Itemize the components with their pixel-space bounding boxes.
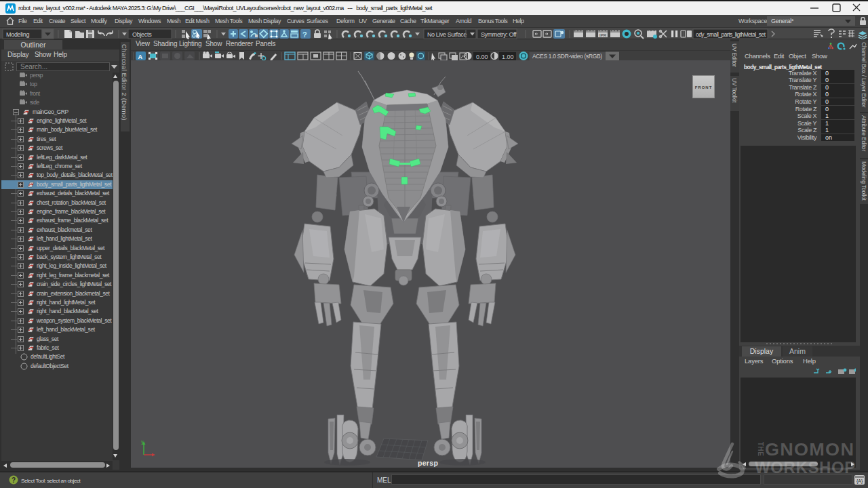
svg-text:{A}: {A}: [856, 479, 863, 484]
svg-text:ACES 1.0 SDR-video (sRGB): ACES 1.0 SDR-video (sRGB): [532, 53, 602, 60]
svg-text:A: A: [138, 54, 143, 60]
svg-text:IPR: IPR: [599, 33, 607, 37]
svg-text:No Live Surface: No Live Surface: [427, 31, 467, 38]
svg-text:Symmetry: Off: Symmetry: Off: [481, 31, 517, 38]
svg-text:Objects: Objects: [132, 31, 152, 38]
svg-text:y: y: [141, 440, 144, 445]
svg-text:?: ?: [302, 30, 307, 39]
svg-text:ody_small_parts_ligthMetal_set: ody_small_parts_ligthMetal_set: [696, 31, 766, 38]
svg-text:1.00: 1.00: [502, 54, 514, 60]
svg-text:0.00: 0.00: [476, 54, 488, 60]
svg-text:?: ?: [12, 476, 16, 484]
svg-text:Modeling: Modeling: [6, 31, 29, 38]
